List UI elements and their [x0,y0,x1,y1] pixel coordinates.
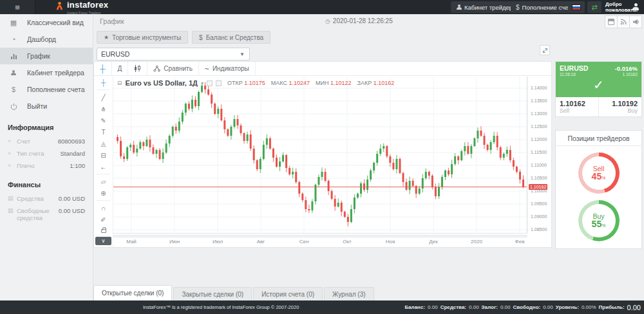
pencil-lock-icon: ✐ [100,216,106,223]
main-content: График ◷ 2020-01-28 12:26:25 ★ Торговые … [93,14,644,300]
dollar-icon: $ [9,86,18,93]
price-axis[interactable]: 1.140001.135001.130001.125001.120001.115… [529,77,552,234]
deposit-label: Пополнение счета [522,4,574,11]
fullscreen-button[interactable] [540,45,550,55]
tab-account-history[interactable]: История счета (0) [253,287,323,300]
balance-funds-label: Баланс и Средства [206,34,264,41]
sidebar-item-deposit[interactable]: $ Пополнение счета [0,81,93,98]
language-flag-button[interactable] [568,1,585,13]
page-title: График [100,17,124,25]
pitchfork-tool[interactable]: ⋔ [94,103,113,115]
avatar-icon [632,3,639,11]
compare-label: Сравнить [164,65,193,72]
lock-drawings-tool[interactable] [94,225,113,237]
sidebar-item-label: Пополнение счета [27,86,85,93]
finance-label: Свободные средства [17,207,59,221]
quote-last-price: 1.10162 [623,72,638,77]
info-row-leverage: » Плечо 1:100 [8,160,85,172]
chevrons-icon: » [8,162,17,169]
account-switch-button[interactable]: ⇄ [587,1,601,13]
buy-price: 1.10192 [603,100,638,107]
undo-button[interactable]: ← [94,161,113,172]
zoom-in-tool[interactable]: ⊕ [94,187,113,199]
info-value: Standard [60,150,85,157]
time-tick-label: Июн [166,239,184,245]
sidebar-item-logout[interactable]: Выйти [0,98,93,115]
gauge-icon: ◔ [9,35,18,43]
stat-label: Баланс: [404,304,425,310]
ohlc-close: ЗАКР 1.10162 [357,80,395,86]
dollar-icon: $ [199,34,203,41]
price-tick-label: 1.08500 [531,227,547,232]
compare-button[interactable]: Сравнить [147,62,199,76]
collapse-tools-button[interactable]: ∨ [95,237,111,245]
time-axis[interactable]: МайИюнИюлАвгСенОктНояДек2020Фев [113,239,527,246]
tab-open-deals[interactable]: Открытые сделки (0) [93,285,172,300]
chart-style-button[interactable] [128,62,147,76]
calendar-button[interactable] [605,15,618,28]
trading-instruments-button[interactable]: ★ Торговые инструменты [97,31,188,44]
indicators-label: Индикаторы [213,65,249,72]
tools-separator [97,174,110,174]
quote-card[interactable]: EURUSD -0.016% 11:26:16 1.10162 ✓ 1.1016… [555,61,642,117]
buy-quote-button[interactable]: 1.10192 Buy [599,97,641,116]
chart-scrollbar[interactable] [113,235,527,237]
legend-style-button[interactable] [207,80,213,86]
trader-cabinet-label: Кабинет трейдера [464,4,516,11]
tab-closed-deals[interactable]: Закрытые сделки (0) [173,287,252,300]
magnifier-plus-icon: ⊕ [100,190,106,197]
menu-toggle-button[interactable]: ≡ [0,0,35,14]
stat-value: 0.00% [582,304,596,310]
info-row-account-type: » Тип счета Standard [8,147,85,160]
info-label: Счет [17,138,58,145]
calendar-icon [608,19,614,25]
sidebar-item-classic-view[interactable]: ▦ Классический вид [0,14,93,31]
arrow-left-icon: ← [100,163,107,171]
person-icon [9,70,18,76]
stat-value: 0.00 [543,304,553,310]
magnet-tool[interactable]: ∩ [94,202,113,214]
collapse-icon[interactable]: ⊟ [117,80,122,86]
candlestick-chart[interactable] [113,77,527,234]
text-tool[interactable]: T [94,126,113,138]
user-avatar-button[interactable] [632,2,642,12]
tab-label: Закрытые сделки (0) [182,291,243,298]
brush-tool[interactable]: ✎ [94,115,113,126]
percent-sign: % [601,223,605,228]
trend-line-tool[interactable]: ╱ [94,91,113,103]
price-tick-label: 1.09000 [531,214,547,219]
rss-button[interactable] [617,15,630,28]
price-tick-label: 1.12000 [531,137,547,142]
indicators-button[interactable]: ~ Индикаторы [199,62,256,76]
crosshair-mode-button[interactable]: ┼ [94,62,112,76]
crosshair-tool[interactable]: ┼ [94,77,113,88]
sidebar-item-trader-cabinet[interactable]: Кабинет трейдера [0,64,93,81]
stay-in-drawing-mode-tool[interactable]: ✐ [94,214,113,225]
announcements-button[interactable] [629,15,642,28]
stat-value: 0.00 [469,304,479,310]
pattern-tool[interactable]: ◬ [94,138,113,149]
expand-icon [542,48,548,53]
sell-quote-button[interactable]: 1.10162 Sell [556,97,598,116]
sidebar-item-label: Классический вид [27,19,84,26]
info-value: 1:100 [70,162,85,169]
finance-section-title: Финансы [8,181,85,189]
server-datetime: ◷ 2020-01-28 12:26:25 [325,17,393,24]
legend-settings-button[interactable] [216,80,222,86]
symbol-select[interactable]: EURUSD [97,48,250,60]
tab-journal[interactable]: Журнал (3) [324,287,374,300]
forecast-tool[interactable]: ⊟ [94,149,113,161]
timeframe-button[interactable]: Д [112,62,129,76]
magnet-icon: ∩ [101,205,106,212]
tab-label: Журнал (3) [332,291,366,298]
chart-legend: ⊟ Euro vs US Dollar, 1Д ▾ ОТКР 1.10175 М… [117,79,394,87]
chevron-down-icon[interactable]: ▾ [201,80,204,86]
tab-label: Открытые сделки (0) [102,290,164,297]
sidebar-item-chart[interactable]: График [0,48,93,64]
measure-tool[interactable]: ▱ [94,176,113,187]
sidebar-item-dashboard[interactable]: ◔ Дашборд [0,31,93,48]
app-window: ≡ instaforex Instant Forex Trading Кабин… [0,0,644,314]
finance-label: Средства [17,195,59,202]
balance-funds-button[interactable]: $ Баланс и Средства [192,31,270,44]
price-tick-label: 1.09500 [531,201,547,206]
